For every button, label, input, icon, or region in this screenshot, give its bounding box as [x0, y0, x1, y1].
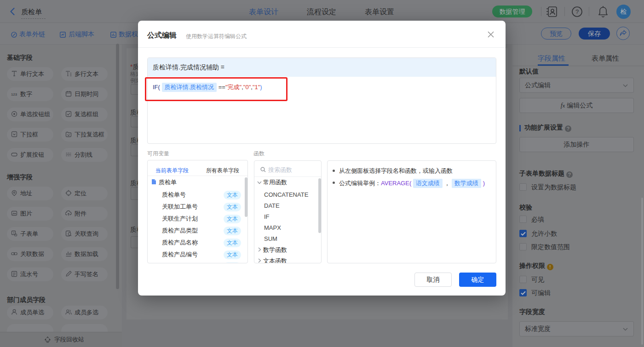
svg-text:?: ? [575, 8, 579, 15]
svg-text:123: 123 [11, 92, 17, 97]
